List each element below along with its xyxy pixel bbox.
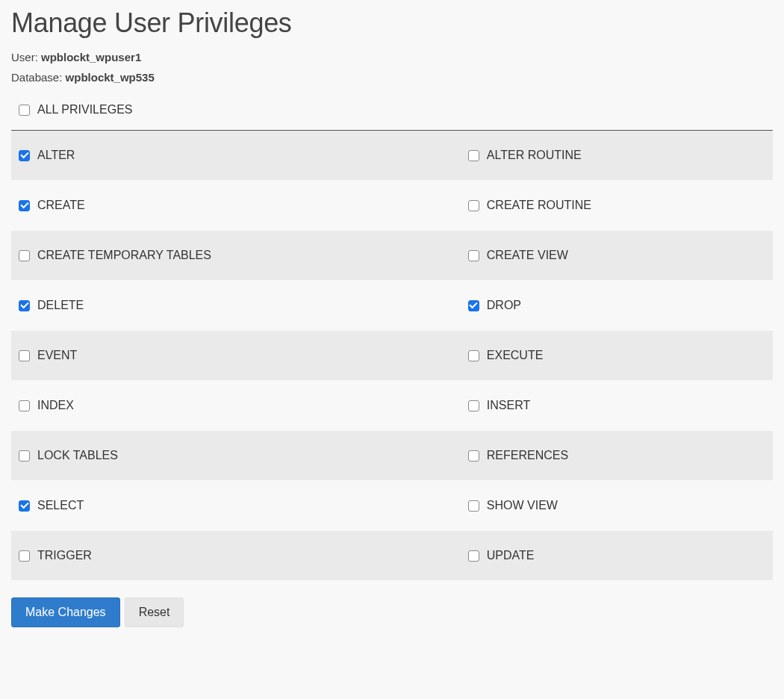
user-value: wpblockt_wpuser1 [41, 51, 141, 63]
privilege-checkbox[interactable] [19, 250, 30, 261]
privilege-row: CREATECREATE ROUTINE [11, 181, 773, 231]
all-privileges-checkbox[interactable] [19, 105, 30, 116]
privilege-label[interactable]: EVENT [37, 349, 77, 362]
privilege-checkbox[interactable] [468, 250, 479, 261]
privilege-cell: INDEX [11, 381, 461, 430]
privilege-checkbox[interactable] [19, 300, 30, 311]
privilege-label[interactable]: EXECUTE [487, 349, 544, 362]
privilege-checkbox[interactable] [468, 550, 479, 562]
database-value: wpblockt_wp535 [66, 71, 155, 84]
all-privileges-label[interactable]: ALL PRIVILEGES [37, 103, 132, 116]
privilege-cell: DROP [461, 281, 773, 330]
privilege-cell: EXECUTE [461, 331, 773, 380]
privilege-row: TRIGGERUPDATE [11, 531, 773, 581]
privilege-label[interactable]: SHOW VIEW [487, 499, 558, 512]
privilege-row: INDEXINSERT [11, 381, 773, 431]
privilege-cell: ALTER ROUTINE [461, 131, 773, 180]
database-meta: Database: wpblockt_wp535 [11, 71, 773, 84]
privilege-cell: CREATE [11, 181, 461, 230]
all-privileges-row: ALL PRIVILEGES [11, 103, 773, 131]
user-label: User: [11, 51, 38, 63]
privilege-checkbox[interactable] [19, 400, 30, 411]
privilege-checkbox[interactable] [468, 300, 479, 311]
privilege-checkbox[interactable] [468, 200, 479, 211]
privilege-cell: ALTER [11, 131, 461, 180]
privilege-label[interactable]: CREATE VIEW [487, 249, 568, 262]
privilege-cell: EVENT [11, 331, 461, 380]
privilege-label[interactable]: DELETE [37, 299, 84, 312]
privilege-cell: CREATE VIEW [461, 231, 773, 280]
privilege-cell: UPDATE [461, 531, 773, 580]
privilege-label[interactable]: INSERT [487, 399, 530, 412]
privilege-checkbox[interactable] [468, 150, 479, 161]
make-changes-button[interactable]: Make Changes [11, 597, 120, 627]
privilege-cell: DELETE [11, 281, 461, 330]
privilege-checkbox[interactable] [19, 350, 30, 361]
privilege-row: LOCK TABLESREFERENCES [11, 431, 773, 481]
privilege-checkbox[interactable] [468, 400, 479, 411]
button-row: Make Changes Reset [11, 597, 773, 627]
privilege-label[interactable]: ALTER [37, 149, 75, 162]
privilege-row: ALTERALTER ROUTINE [11, 131, 773, 181]
privilege-label[interactable]: LOCK TABLES [37, 449, 118, 462]
privilege-row: CREATE TEMPORARY TABLESCREATE VIEW [11, 231, 773, 281]
privilege-label[interactable]: CREATE ROUTINE [487, 199, 591, 212]
privilege-cell: SHOW VIEW [461, 481, 773, 530]
privilege-label[interactable]: TRIGGER [37, 549, 92, 562]
privilege-label[interactable]: REFERENCES [487, 449, 568, 462]
privilege-checkbox[interactable] [19, 450, 30, 462]
privileges-section: ALL PRIVILEGES ALTERALTER ROUTINECREATEC… [11, 103, 773, 581]
privilege-cell: REFERENCES [461, 431, 773, 480]
privilege-label[interactable]: CREATE TEMPORARY TABLES [37, 249, 211, 262]
reset-button[interactable]: Reset [125, 597, 184, 627]
privilege-checkbox[interactable] [19, 200, 30, 211]
privilege-cell: INSERT [461, 381, 773, 430]
user-meta: User: wpblockt_wpuser1 [11, 51, 773, 63]
privilege-label[interactable]: CREATE [37, 199, 85, 212]
privilege-checkbox[interactable] [19, 150, 30, 161]
privilege-row: SELECTSHOW VIEW [11, 481, 773, 531]
privilege-row: DELETEDROP [11, 281, 773, 331]
privilege-label[interactable]: DROP [487, 299, 521, 312]
privilege-rows: ALTERALTER ROUTINECREATECREATE ROUTINECR… [11, 131, 773, 581]
privilege-label[interactable]: INDEX [37, 399, 74, 412]
privilege-checkbox[interactable] [468, 450, 479, 462]
privilege-cell: CREATE ROUTINE [461, 181, 773, 230]
database-label: Database: [11, 71, 62, 84]
privilege-cell: SELECT [11, 481, 461, 530]
privilege-checkbox[interactable] [19, 500, 30, 512]
privilege-cell: CREATE TEMPORARY TABLES [11, 231, 461, 280]
privilege-row: EVENTEXECUTE [11, 331, 773, 381]
privilege-cell: TRIGGER [11, 531, 461, 580]
page-title: Manage User Privileges [11, 7, 773, 39]
privilege-label[interactable]: ALTER ROUTINE [487, 149, 582, 162]
privilege-label[interactable]: UPDATE [487, 549, 535, 562]
privilege-checkbox[interactable] [468, 500, 479, 512]
privilege-checkbox[interactable] [19, 550, 30, 562]
privilege-cell: LOCK TABLES [11, 431, 461, 480]
privilege-checkbox[interactable] [468, 350, 479, 361]
privilege-label[interactable]: SELECT [37, 499, 84, 512]
